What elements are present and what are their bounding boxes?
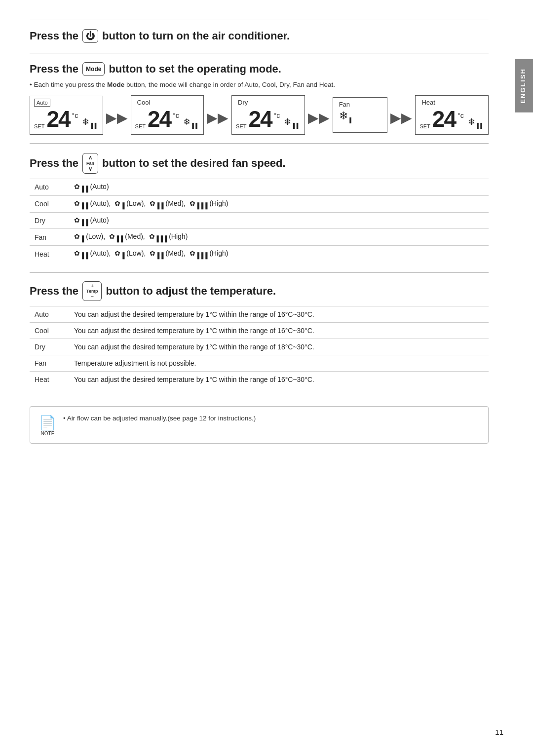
mode-temp-row-heat: SET 24 °c ❄︎▐▐ (419, 108, 482, 130)
temp-table: Auto You can adjust the desired temperat… (30, 306, 489, 387)
mode-temp-cool: 24 (148, 108, 171, 130)
mode-label-fan: Fan (337, 100, 352, 109)
mode-fan-icon-cool: ❄︎▐▐ (183, 116, 197, 128)
note-document-icon: 📄 (39, 415, 56, 431)
power-icon: ⏻ (86, 31, 95, 41)
temp-row-heat: Heat You can adjust the desired temperat… (30, 371, 489, 387)
mode-display-auto: Auto SET 24 °c ❄︎▐▐ (30, 96, 103, 135)
page-container: ENGLISH Press the ⏻ button to turn on th… (0, 0, 533, 463)
fan-icon-cool-high: ✿▐▐▐ (190, 199, 208, 207)
mode-display-fan: Fan ❄︎▐ (333, 97, 388, 132)
fan-desc-cool: ✿▐▐ (Auto), ✿▐ (Low), ✿▐▐ (Med), ✿▐▐▐ (H… (69, 195, 489, 212)
section-temp: Press the + Temp − button to adjust the … (30, 272, 489, 397)
fan-icon-auto: ✿▐▐ (74, 183, 88, 190)
temp-row-dry: Dry You can adjust the desired temperatu… (30, 339, 489, 355)
mode-set-cool: SET (135, 123, 146, 129)
mode-note-prefix: • Each time you press the (30, 81, 107, 88)
fan-row-dry: Dry ✿▐▐ (Auto) (30, 212, 489, 229)
section-power: Press the ⏻ button to turn on the air co… (30, 20, 489, 53)
temp-mode-fan: Fan (30, 355, 69, 371)
fan-desc-heat: ✿▐▐ (Auto), ✿▐ (Low), ✿▐▐ (Med), ✿▐▐▐ (H… (69, 246, 489, 262)
fan-mode-fan: Fan (30, 229, 69, 246)
mode-note-suffix: button, the mode will change in order of… (126, 81, 335, 88)
section-fan-title: Press the ∧ Fan ∨ button to set the desi… (30, 153, 489, 174)
temp-button-plus: + (91, 283, 94, 289)
mode-set-auto: SET (34, 123, 44, 129)
section-fan: Press the ∧ Fan ∨ button to set the desi… (30, 144, 489, 272)
temp-row-auto: Auto You can adjust the desired temperat… (30, 306, 489, 322)
mode-temp-unit-heat: °c (457, 112, 464, 119)
fan-icon-heat-med: ✿▐▐ (150, 249, 164, 257)
fan-row-heat: Heat ✿▐▐ (Auto), ✿▐ (Low), ✿▐▐ (Med), ✿▐… (30, 246, 489, 262)
temp-desc-heat: You can adjust the desired temperature b… (69, 371, 489, 387)
note-icon-block: 📄 NOTE (39, 414, 56, 436)
power-title-suffix: button to turn on the air conditioner. (102, 30, 290, 42)
press-the-temp-label: Press the (30, 285, 78, 298)
fan-icon-heat-low: ✿▐ (114, 249, 124, 257)
fan-button-down: ∨ (88, 166, 92, 172)
mode-temp-dry: 24 (249, 108, 272, 130)
fan-mode-cool: Cool (30, 195, 69, 212)
temp-row-fan: Fan Temperature adjustment is not possib… (30, 355, 489, 371)
fan-desc-auto: ✿▐▐ (Auto) (69, 179, 489, 196)
fan-icon-heat-high: ✿▐▐▐ (190, 249, 208, 257)
fan-icon-cool-auto: ✿▐▐ (74, 199, 88, 207)
fan-icon-fan-low: ✿▐ (74, 232, 84, 240)
mode-note-bold: Mode (107, 81, 124, 88)
fan-speed-table: Auto ✿▐▐ (Auto) Cool ✿▐▐ (Auto), ✿▐ (Low… (30, 179, 489, 262)
fan-mode-dry: Dry (30, 212, 69, 229)
side-tab: ENGLISH (515, 59, 533, 113)
note-text: • Air flow can be adjusted manually.(see… (63, 414, 256, 423)
mode-arrow-4: ▶▶ (387, 110, 415, 126)
fan-mode-auto: Auto (30, 179, 69, 196)
temp-desc-auto: You can adjust the desired temperature b… (69, 306, 489, 322)
mode-display-heat: Heat SET 24 °c ❄︎▐▐ (415, 95, 489, 135)
mode-label-dry: Dry (236, 98, 250, 107)
temp-mode-cool: Cool (30, 322, 69, 339)
press-the-label: Press the (30, 30, 78, 42)
mode-set-dry: SET (236, 123, 246, 129)
mode-fan-icon-heat: ❄︎▐▐ (468, 116, 482, 128)
mode-arrow-1: ▶▶ (103, 110, 131, 126)
mode-set-heat: SET (419, 123, 430, 129)
power-button-icon[interactable]: ⏻ (82, 29, 98, 43)
fan-icon-dry-auto: ✿▐▐ (74, 216, 88, 224)
temp-title-suffix: button to adjust the temperature. (106, 285, 276, 298)
temp-button[interactable]: + Temp − (82, 281, 102, 301)
fan-desc-fan: ✿▐ (Low), ✿▐▐ (Med), ✿▐▐▐ (High) (69, 229, 489, 246)
fan-row-auto: Auto ✿▐▐ (Auto) (30, 179, 489, 196)
mode-diagram: Auto SET 24 °c ❄︎▐▐ ▶▶ Cool SET 24 °c ❄︎… (30, 95, 489, 135)
mode-temp-row-cool: SET 24 °c ❄︎▐▐ (135, 108, 197, 130)
press-the-fan-label: Press the (30, 157, 78, 170)
mode-fan-icon-fan: ❄︎▐ (339, 110, 351, 123)
fan-icon-cool-med: ✿▐▐ (150, 199, 164, 207)
fan-title-suffix: button to set the desired fan speed. (102, 157, 286, 170)
mode-temp-row-auto: SET 24 °c ❄︎▐▐ (34, 108, 96, 130)
section-power-title: Press the ⏻ button to turn on the air co… (30, 29, 489, 43)
temp-mode-dry: Dry (30, 339, 69, 355)
page-number: 11 (495, 728, 503, 736)
fan-mode-heat: Heat (30, 246, 69, 262)
section-mode-title: Press the Mode button to set the operati… (30, 62, 489, 76)
mode-label-heat: Heat (419, 98, 437, 107)
fan-button[interactable]: ∧ Fan ∨ (82, 153, 98, 174)
mode-temp-unit-auto: °c (72, 112, 78, 119)
fan-desc-dry: ✿▐▐ (Auto) (69, 212, 489, 229)
note-label: NOTE (41, 431, 55, 436)
temp-desc-dry: You can adjust the desired temperature b… (69, 339, 489, 355)
fan-row-cool: Cool ✿▐▐ (Auto), ✿▐ (Low), ✿▐▐ (Med), ✿▐… (30, 195, 489, 212)
mode-button[interactable]: Mode (82, 62, 105, 76)
temp-desc-cool: You can adjust the desired temperature b… (69, 322, 489, 339)
mode-temp-row-fan: ❄︎▐ (337, 110, 351, 128)
fan-icon-heat-auto: ✿▐▐ (74, 249, 88, 257)
mode-temp-row-dry: SET 24 °c ❄︎▐▐ (236, 108, 298, 130)
temp-mode-heat: Heat (30, 371, 69, 387)
mode-title-suffix: button to set the operating mode. (109, 63, 281, 76)
note-box: 📄 NOTE • Air flow can be adjusted manual… (30, 406, 489, 444)
mode-arrow-3: ▶▶ (305, 110, 333, 126)
temp-desc-fan: Temperature adjustment is not possible. (69, 355, 489, 371)
mode-label-auto: Auto (34, 99, 50, 107)
fan-row-fan: Fan ✿▐ (Low), ✿▐▐ (Med), ✿▐▐▐ (High) (30, 229, 489, 246)
fan-icon-fan-med: ✿▐▐ (109, 232, 123, 240)
fan-button-up: ∧ (88, 154, 92, 161)
